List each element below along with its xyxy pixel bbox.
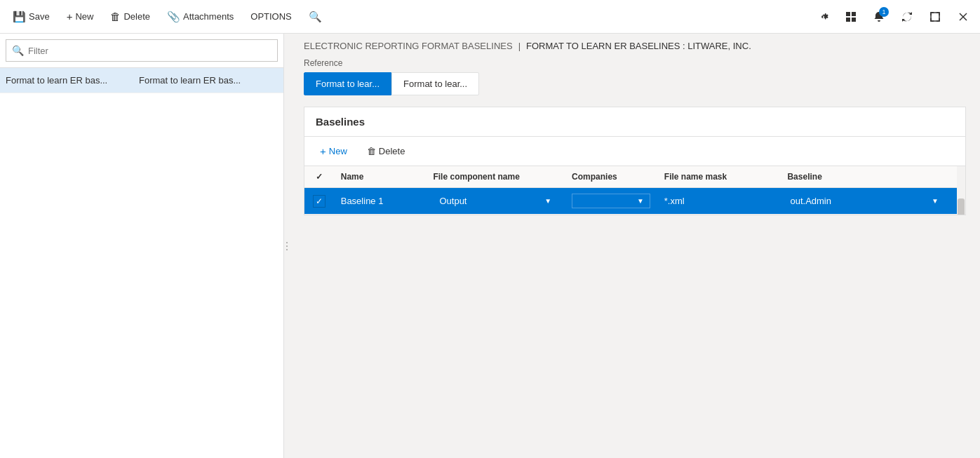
filter-bar: 🔍 [0, 34, 283, 68]
col-header-baseline: Baseline [780, 166, 950, 188]
svg-rect-3 [852, 18, 856, 22]
notification-badge: 1 [879, 7, 889, 17]
content-body: Reference Format to lear... Format to le… [290, 58, 980, 458]
title-bar-right: 1 [812, 6, 974, 28]
chevron-down-icon: ▼ [637, 197, 644, 205]
col-header-check: ✓ [304, 166, 334, 188]
chevron-down-icon: ▼ [544, 197, 551, 205]
row-companies[interactable]: ▼ [565, 188, 657, 215]
row-baseline[interactable]: out.Admin ▼ [780, 188, 950, 215]
baselines-table: ✓ Name File component name Companies Fil… [304, 166, 965, 215]
baselines-delete-icon: 🗑 [367, 146, 376, 156]
drag-dot [286, 245, 288, 247]
attachment-icon: 📎 [167, 11, 180, 23]
drag-handle[interactable] [284, 34, 290, 458]
sidebar-list: Format to learn ER bas... Format to lear… [0, 68, 283, 458]
options-button[interactable]: OPTIONS [243, 7, 299, 26]
row-file-mask[interactable]: *.xml [657, 188, 781, 215]
reference-section: Reference Format to lear... Format to le… [304, 58, 966, 95]
svg-rect-0 [846, 12, 850, 16]
sidebar-item-col1: Format to learn ER bas... [6, 75, 139, 86]
filter-icon: 🔍 [12, 45, 24, 56]
notification-btn[interactable]: 1 [868, 6, 890, 28]
settings-icon-btn[interactable] [812, 6, 834, 28]
row-file-component[interactable]: Output ▼ [426, 188, 565, 215]
search-button[interactable]: 🔍 [302, 6, 329, 27]
checkbox-blue: ✓ [313, 195, 325, 208]
toolbar: 💾 Save + New 🗑 Delete 📎 Attachments OPTI… [6, 6, 329, 27]
file-component-dropdown[interactable]: Output ▼ [433, 192, 558, 210]
content-area: ELECTRONIC REPORTING FORMAT BASELINES | … [290, 34, 980, 458]
scrollbar-thumb[interactable] [958, 198, 965, 215]
sidebar-item[interactable]: Format to learn ER bas... Format to lear… [0, 68, 283, 93]
baselines-new-icon: + [320, 145, 326, 157]
row-name[interactable]: Baseline 1 [334, 188, 427, 215]
drag-dot [286, 249, 288, 250]
filter-input[interactable] [28, 46, 271, 56]
svg-rect-1 [852, 12, 856, 16]
ref-tab-1[interactable]: Format to lear... [304, 72, 391, 95]
companies-dropdown[interactable]: ▼ [572, 194, 650, 208]
options-label: OPTIONS [250, 11, 292, 22]
baselines-delete-label: Delete [379, 146, 405, 156]
new-button[interactable]: + New [60, 6, 101, 27]
breadcrumb-separator: | [518, 41, 521, 51]
ref-tab-2[interactable]: Format to lear... [391, 72, 479, 95]
filter-input-wrapper[interactable]: 🔍 [6, 39, 278, 62]
notification-container: 1 [868, 6, 890, 28]
delete-button[interactable]: 🗑 Delete [103, 6, 157, 27]
col-header-name: Name [334, 166, 427, 188]
save-icon: 💾 [13, 11, 26, 23]
svg-rect-4 [931, 13, 939, 21]
file-component-value: Output [439, 196, 466, 206]
col-header-file-mask: File name mask [657, 166, 781, 188]
breadcrumb-part1: ELECTRONIC REPORTING FORMAT BASELINES [304, 41, 513, 51]
baselines-delete-button[interactable]: 🗑 Delete [360, 142, 412, 160]
refresh-btn[interactable] [896, 6, 918, 28]
save-button[interactable]: 💾 Save [6, 6, 57, 27]
sidebar-item-col2: Format to learn ER bas... [139, 75, 278, 86]
col-header-file-component: File component name [426, 166, 565, 188]
baselines-toolbar: + New 🗑 Delete [304, 137, 965, 166]
baseline-chevron-icon[interactable]: ▼ [927, 196, 943, 206]
attachments-button[interactable]: 📎 Attachments [160, 6, 241, 27]
breadcrumb-part2: FORMAT TO LEARN ER BASELINES : LITWARE, … [526, 41, 751, 51]
baselines-new-label: New [329, 146, 347, 156]
baselines-new-button[interactable]: + New [313, 142, 354, 160]
add-icon: + [67, 11, 73, 22]
delete-label: Delete [123, 11, 150, 22]
baseline-value: out.Admin [787, 194, 927, 208]
delete-icon: 🗑 [110, 11, 121, 22]
office-icon-btn[interactable] [840, 6, 862, 28]
baselines-card: Baselines + New 🗑 Delete [304, 107, 966, 215]
main-layout: 🔍 Format to learn ER bas... Format to le… [0, 34, 980, 458]
scrollbar-track[interactable] [957, 166, 965, 215]
breadcrumb: ELECTRONIC REPORTING FORMAT BASELINES | … [290, 34, 980, 58]
table-row[interactable]: ✓ Baseline 1 Output ▼ [304, 188, 965, 215]
table-wrapper: ✓ Name File component name Companies Fil… [304, 166, 965, 215]
close-btn[interactable] [952, 6, 974, 28]
search-icon: 🔍 [309, 11, 322, 23]
new-label: New [75, 11, 93, 22]
svg-rect-2 [846, 18, 850, 22]
reference-label: Reference [304, 58, 966, 68]
row-checkbox[interactable]: ✓ [304, 188, 334, 215]
sidebar: 🔍 Format to learn ER bas... Format to le… [0, 34, 284, 458]
reference-tabs: Format to lear... Format to lear... [304, 72, 966, 95]
check-mark: ✓ [316, 196, 323, 206]
drag-dot [286, 242, 288, 243]
title-bar: 💾 Save + New 🗑 Delete 📎 Attachments OPTI… [0, 0, 980, 34]
save-label: Save [29, 11, 50, 22]
expand-btn[interactable] [924, 6, 946, 28]
baselines-title: Baselines [304, 107, 965, 137]
col-header-companies: Companies [565, 166, 657, 188]
attachments-label: Attachments [183, 11, 234, 22]
